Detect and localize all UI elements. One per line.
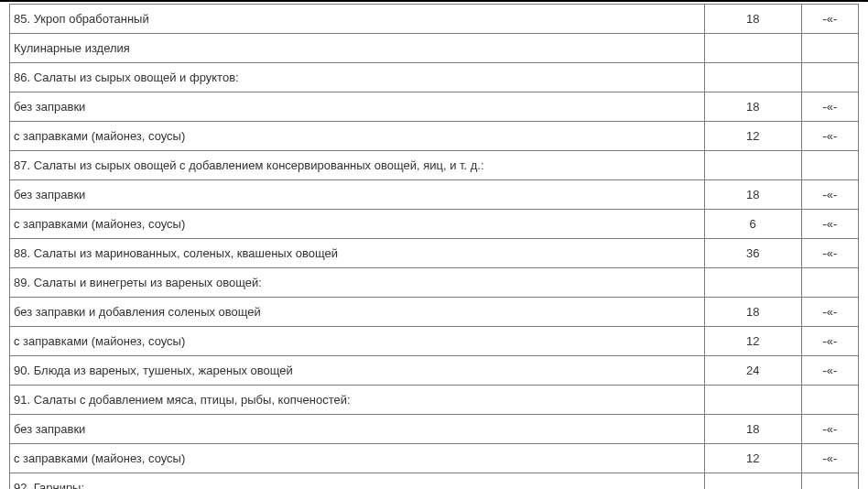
table-row: с заправками (майонез, соусы) 6 -«- (10, 210, 859, 239)
cell-hours: 18 (704, 180, 801, 210)
table-row: с заправками (майонез, соусы) 12 -«- (10, 327, 859, 356)
table-row: 91. Салаты с добавлением мяса, птицы, ры… (10, 386, 859, 415)
cell-hours: 18 (704, 92, 801, 122)
cell-name: Кулинарные изделия (10, 34, 705, 63)
table-row: без заправки 18 -«- (10, 180, 859, 210)
cell-unit: -«- (801, 444, 858, 473)
table-row: 88. Салаты из маринованных, соленых, ква… (10, 239, 859, 268)
cell-hours (704, 151, 801, 180)
cell-unit: -«- (801, 92, 858, 122)
cell-name: с заправками (майонез, соусы) (10, 327, 705, 356)
cell-name: 92. Гарниры: (10, 473, 705, 490)
cell-hours (704, 268, 801, 298)
cell-name: без заправки (10, 180, 705, 210)
cell-unit (801, 473, 858, 490)
cell-unit (801, 268, 858, 298)
cell-hours: 6 (704, 210, 801, 239)
table-row: с заправками (майонез, соусы) 12 -«- (10, 444, 859, 473)
cell-hours (704, 386, 801, 415)
cell-name: без заправки (10, 92, 705, 122)
document-page: 85. Укроп обработанный 18 -«- Кулинарные… (0, 0, 868, 489)
cell-name: 89. Салаты и винегреты из вареных овощей… (10, 268, 705, 298)
cell-hours: 12 (704, 444, 801, 473)
cell-hours (704, 63, 801, 92)
table-row: 90. Блюда из вареных, тушеных, жареных о… (10, 356, 859, 386)
table-row: без заправки и добавления соленых овощей… (10, 298, 859, 327)
cell-unit: -«- (801, 239, 858, 268)
cell-name: 88. Салаты из маринованных, соленых, ква… (10, 239, 705, 268)
table-row: без заправки 18 -«- (10, 415, 859, 444)
cell-name: 87. Салаты из сырых овощей с добавлением… (10, 151, 705, 180)
table-row: 85. Укроп обработанный 18 -«- (10, 5, 859, 34)
table-row: Кулинарные изделия (10, 34, 859, 63)
cell-unit: -«- (801, 210, 858, 239)
table-row: без заправки 18 -«- (10, 92, 859, 122)
table-row: 89. Салаты и винегреты из вареных овощей… (10, 268, 859, 298)
table-row: 86. Салаты из сырых овощей и фруктов: (10, 63, 859, 92)
cell-name: без заправки (10, 415, 705, 444)
cell-unit (801, 386, 858, 415)
table-row: 92. Гарниры: (10, 473, 859, 490)
cell-unit: -«- (801, 298, 858, 327)
cell-unit: -«- (801, 180, 858, 210)
cell-unit: -«- (801, 5, 858, 34)
cell-hours: 12 (704, 327, 801, 356)
cell-hours: 12 (704, 122, 801, 151)
cell-hours: 18 (704, 5, 801, 34)
cell-unit (801, 34, 858, 63)
cell-name: с заправками (майонез, соусы) (10, 444, 705, 473)
cell-unit (801, 151, 858, 180)
cell-hours: 24 (704, 356, 801, 386)
cell-hours (704, 34, 801, 63)
shelf-life-table: 85. Укроп обработанный 18 -«- Кулинарные… (9, 4, 859, 489)
cell-hours: 18 (704, 298, 801, 327)
cell-name: с заправками (майонез, соусы) (10, 122, 705, 151)
cell-name: с заправками (майонез, соусы) (10, 210, 705, 239)
cell-name: 86. Салаты из сырых овощей и фруктов: (10, 63, 705, 92)
cell-unit (801, 63, 858, 92)
cell-hours: 18 (704, 415, 801, 444)
table-row: 87. Салаты из сырых овощей с добавлением… (10, 151, 859, 180)
cell-hours (704, 473, 801, 490)
cell-name: без заправки и добавления соленых овощей (10, 298, 705, 327)
cell-unit: -«- (801, 415, 858, 444)
table-row: с заправками (майонез, соусы) 12 -«- (10, 122, 859, 151)
cell-hours: 36 (704, 239, 801, 268)
cell-name: 85. Укроп обработанный (10, 5, 705, 34)
cell-unit: -«- (801, 327, 858, 356)
cell-name: 90. Блюда из вареных, тушеных, жареных о… (10, 356, 705, 386)
cell-name: 91. Салаты с добавлением мяса, птицы, ры… (10, 386, 705, 415)
cell-unit: -«- (801, 356, 858, 386)
cell-unit: -«- (801, 122, 858, 151)
